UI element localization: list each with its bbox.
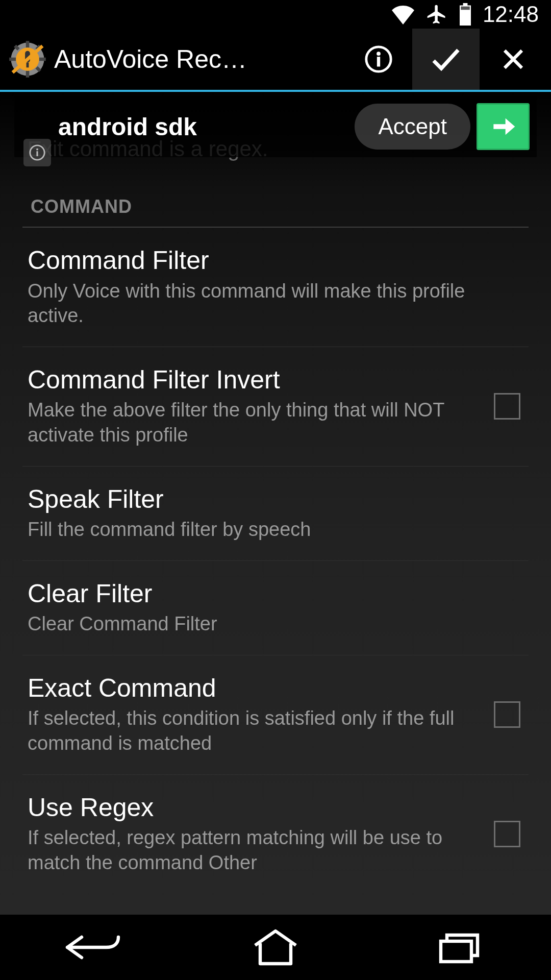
item-desc: Fill the command filter by speech: [28, 517, 520, 542]
item-desc: Only Voice with this command will make t…: [28, 279, 520, 328]
item-use-regex[interactable]: Use Regex If selected, regex pattern mat…: [22, 774, 529, 894]
ad-text: android sdk: [58, 113, 348, 141]
battery-icon: [458, 3, 472, 26]
item-desc: Clear Command Filter: [28, 611, 520, 636]
ad-overlay: android sdk Accept: [14, 96, 537, 157]
status-clock: 12:48: [483, 2, 539, 27]
cancel-button[interactable]: [480, 29, 547, 90]
svg-rect-19: [441, 941, 471, 962]
svg-rect-2: [26, 41, 30, 47]
checkbox-use-regex[interactable]: [494, 821, 520, 847]
svg-rect-0: [461, 7, 470, 10]
checkbox-command-filter-invert[interactable]: [494, 393, 520, 420]
status-bar: 12:48: [0, 0, 551, 29]
ad-go-button[interactable]: [477, 103, 530, 150]
home-button[interactable]: [199, 922, 352, 973]
svg-rect-5: [39, 58, 46, 61]
recents-button[interactable]: [383, 922, 536, 973]
page-title: AutoVoice Rec…: [51, 44, 345, 74]
item-command-filter-invert[interactable]: Command Filter Invert Make the above fil…: [22, 347, 529, 466]
item-speak-filter[interactable]: Speak Filter Fill the command filter by …: [22, 466, 529, 560]
item-title: Use Regex: [28, 793, 480, 823]
item-clear-filter[interactable]: Clear Filter Clear Command Filter: [22, 560, 529, 655]
svg-point-17: [36, 149, 38, 151]
item-title: Clear Filter: [28, 579, 520, 609]
item-title: Command Filter Invert: [28, 365, 480, 395]
action-bar: AutoVoice Rec…: [0, 29, 551, 90]
svg-rect-18: [36, 151, 38, 156]
item-desc: If selected, this condition is satisfied…: [28, 706, 480, 755]
item-title: Exact Command: [28, 674, 480, 703]
item-exact-command[interactable]: Exact Command If selected, this conditio…: [22, 655, 529, 774]
item-title: Speak Filter: [28, 485, 520, 514]
svg-rect-12: [27, 63, 29, 68]
section-header-command: COMMAND: [0, 161, 551, 223]
ad-accept-button[interactable]: Accept: [355, 104, 470, 150]
confirm-button[interactable]: [412, 29, 480, 90]
item-desc: Make the above filter the only thing tha…: [28, 398, 480, 447]
main-content: Exit command is a regex. COMMAND Command…: [0, 92, 551, 915]
navigation-bar: [0, 915, 551, 980]
item-command-filter[interactable]: Command Filter Only Voice with this comm…: [0, 228, 551, 347]
svg-rect-3: [26, 71, 30, 78]
airplane-mode-icon: [425, 3, 448, 26]
item-desc: If selected, regex pattern matching will…: [28, 825, 480, 875]
wifi-icon: [391, 4, 415, 24]
back-button[interactable]: [15, 922, 168, 973]
svg-rect-15: [377, 57, 380, 66]
svg-rect-4: [9, 58, 16, 61]
info-button[interactable]: [345, 29, 412, 90]
checkbox-exact-command[interactable]: [494, 701, 520, 728]
app-icon: [4, 39, 51, 79]
item-title: Command Filter: [28, 246, 520, 276]
ad-info-icon[interactable]: [23, 139, 51, 166]
svg-point-14: [377, 52, 381, 56]
